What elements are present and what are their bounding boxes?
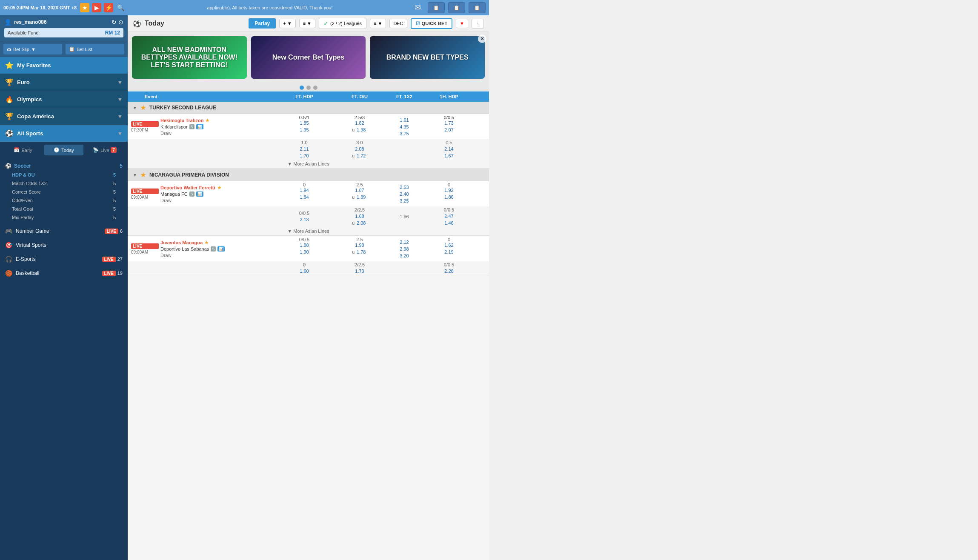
parlay-button[interactable]: Parlay xyxy=(249,18,276,29)
top-btn-1[interactable]: 📋 xyxy=(428,2,445,13)
team-icon-chart[interactable]: 📊 xyxy=(196,124,203,129)
league-star-icon[interactable]: ★ xyxy=(140,104,146,111)
more-options-button[interactable]: ⋮ xyxy=(472,19,484,29)
juv-team1-star[interactable]: ★ xyxy=(204,240,209,246)
juv-ft-hdp-o2[interactable]: 1.90 xyxy=(298,249,310,255)
sidebar-item-olympics[interactable]: 🔥 Olympics ▼ xyxy=(0,91,128,108)
total-goal-item[interactable]: Total Goal 5 xyxy=(5,205,123,213)
h1-hdp-odds1[interactable]: 1.73 xyxy=(443,120,455,126)
ft-hdp-odds1[interactable]: 1.85 xyxy=(298,120,310,126)
nica-icon-chart[interactable]: 📊 xyxy=(196,191,203,197)
nica-extra-ou-o2[interactable]: 2.08 xyxy=(355,220,367,226)
juv-h1-hdp-o2[interactable]: 2.19 xyxy=(443,249,455,255)
sidebar-item-favorites[interactable]: ⭐ My Favorites xyxy=(0,57,128,74)
juv-extra-h1-o1[interactable]: 2.28 xyxy=(443,268,455,274)
virtual-sports-row[interactable]: 🎯 Virtual Sports xyxy=(0,238,128,252)
number-game-row[interactable]: 🎮 Number Game LIVE 6 xyxy=(0,224,128,238)
live-icon[interactable]: ▶ xyxy=(92,3,101,12)
banner-new-bet[interactable]: BRAND NEW BET TYPES xyxy=(370,36,485,79)
odd-even-item[interactable]: Odd/Even 5 xyxy=(5,196,123,205)
sidebar-item-copa[interactable]: 🏆 Copa América ▼ xyxy=(0,108,128,125)
league-turkey[interactable]: ▼ ★ TURKEY SECOND LEAGUE xyxy=(128,102,489,114)
ft-1x2-x[interactable]: 3.75 xyxy=(398,131,410,137)
nica-1x2-2[interactable]: 2.40 xyxy=(398,191,410,197)
team1-name[interactable]: Hekimoglu Trabzon xyxy=(160,118,203,123)
nica-ft-ou-o1[interactable]: 1.87 xyxy=(354,187,365,193)
add-button[interactable]: + ▼ xyxy=(279,19,295,28)
juv-1x2-2[interactable]: 2.98 xyxy=(398,246,410,252)
early-tab[interactable]: 📅 Early xyxy=(3,145,43,155)
nica-team1-name[interactable]: Deportivo Walter Ferretti xyxy=(160,185,215,190)
team1-star[interactable]: ★ xyxy=(205,117,210,123)
search-icon[interactable]: 🔍 xyxy=(116,3,125,12)
banner-corner[interactable]: New Corner Bet Types xyxy=(251,36,366,79)
match-odds-item[interactable]: Match Odds 1X2 5 xyxy=(5,179,123,188)
correct-score-item[interactable]: Correct Score 5 xyxy=(5,188,123,196)
ft-1x2-1[interactable]: 1.61 xyxy=(398,117,410,123)
team-icon-s[interactable]: S xyxy=(189,124,194,129)
juv-icon-s[interactable]: S xyxy=(211,246,216,251)
nica-ft-ou-o2[interactable]: 1.89 xyxy=(355,194,367,200)
nica-h1-hdp-o1[interactable]: 1.92 xyxy=(443,187,455,193)
hdp-ou-item[interactable]: HDP & OU 5 xyxy=(5,171,123,179)
league-nicaragua[interactable]: ▼ ★ NICARAGUA PRIMERA DIVISION xyxy=(128,169,489,181)
nica-extra-h1-o2[interactable]: 1.46 xyxy=(443,220,455,226)
nica-extra-h1-o1[interactable]: 2.47 xyxy=(443,213,455,219)
juv-team1-name[interactable]: Juventus Managua xyxy=(160,240,203,245)
extra-h1-o1[interactable]: 2.14 xyxy=(443,146,455,152)
top-btn-2[interactable]: 📋 xyxy=(448,2,465,13)
mix-parlay-item[interactable]: Mix Parlay 5 xyxy=(5,213,123,222)
bet-slip-button[interactable]: 🎟 Bet Slip ▼ xyxy=(3,44,62,54)
settings-button[interactable]: ⊙ xyxy=(118,19,123,26)
quick-bet-button[interactable]: ☑ QUICK BET xyxy=(411,18,453,29)
nicaragua-star-icon[interactable]: ★ xyxy=(140,171,146,178)
extra-h1-o2[interactable]: 1.67 xyxy=(443,153,455,159)
ft-ou-odds1[interactable]: 1.82 xyxy=(354,120,365,126)
juv-1x2-x[interactable]: 3.20 xyxy=(398,253,410,259)
nica-1x2-x[interactable]: 3.25 xyxy=(398,198,410,204)
juv-ft-ou-o2[interactable]: 1.78 xyxy=(355,249,367,255)
dec-button[interactable]: DEC xyxy=(389,19,407,28)
more-asian-lines-button[interactable]: ▼ More Asian Lines xyxy=(287,161,329,166)
juv-extra-ou-o1[interactable]: 1.73 xyxy=(354,268,365,274)
extra-ou-o2[interactable]: 1.72 xyxy=(355,153,367,159)
refresh-button[interactable]: ↻ xyxy=(112,19,117,26)
nica-icon-s[interactable]: S xyxy=(189,191,194,197)
nica-extra-hdp-o1[interactable]: 2.13 xyxy=(298,217,310,223)
esports-row[interactable]: 🎧 E-Sports LIVE 27 xyxy=(0,252,128,266)
red-down-button[interactable]: ▼ xyxy=(456,19,468,28)
today-tab[interactable]: 🕐 Today xyxy=(44,145,83,155)
basketball-row[interactable]: 🏀 Basketball LIVE 19 xyxy=(0,266,128,280)
juv-icon-chart[interactable]: 📊 xyxy=(217,246,225,251)
ft-ou-odds2[interactable]: 1.98 xyxy=(355,127,367,133)
sidebar-item-euro[interactable]: 🏆 Euro ▼ xyxy=(0,74,128,91)
view-button[interactable]: ≡ ▼ xyxy=(370,19,386,28)
sort-button[interactable]: ≡ ▼ xyxy=(299,19,315,28)
ft-1x2-2[interactable]: 4.35 xyxy=(398,124,410,130)
nica-extra-ou-o1[interactable]: 1.68 xyxy=(354,213,365,219)
juv-extra-hdp-o1[interactable]: 1.60 xyxy=(298,268,310,274)
extra-ou-o1[interactable]: 2.08 xyxy=(354,146,365,152)
banner-dot-2[interactable] xyxy=(306,86,311,90)
nica-1x2-1[interactable]: 2.53 xyxy=(398,184,410,190)
juv-ft-ou-o1[interactable]: 1.98 xyxy=(354,242,365,248)
nica-more-asian-lines-button[interactable]: ▼ More Asian Lines xyxy=(287,229,329,234)
juv-h1-hdp-o1[interactable]: 1.62 xyxy=(443,242,455,248)
bet-list-button[interactable]: 📋 Bet List xyxy=(66,44,124,54)
favorites-icon[interactable]: ★ xyxy=(80,3,89,12)
live-tab[interactable]: 📡 Live 7 xyxy=(85,145,124,155)
banner-dot-1[interactable] xyxy=(300,86,304,90)
flash-icon[interactable]: ⚡ xyxy=(104,3,113,12)
juv-ft-hdp-o1[interactable]: 1.88 xyxy=(298,242,310,248)
nica-team1-star[interactable]: ★ xyxy=(217,185,222,191)
juv-1x2-1[interactable]: 2.12 xyxy=(398,239,410,245)
leagues-button[interactable]: ✓ (2 / 2) Leagues xyxy=(319,18,366,29)
banner-close-button[interactable]: ✕ xyxy=(478,34,486,43)
banner-dot-3[interactable] xyxy=(313,86,317,90)
nica-ft-hdp-o1[interactable]: 1.94 xyxy=(298,187,310,193)
top-btn-3[interactable]: 📋 xyxy=(469,2,486,13)
extra-hdp-o2[interactable]: 1.70 xyxy=(298,153,310,159)
extra-hdp-o1[interactable]: 2.11 xyxy=(298,146,310,152)
sidebar-item-allsports[interactable]: ⚽ All Sports ▼ xyxy=(0,125,128,142)
email-icon[interactable]: ✉ xyxy=(415,3,421,12)
